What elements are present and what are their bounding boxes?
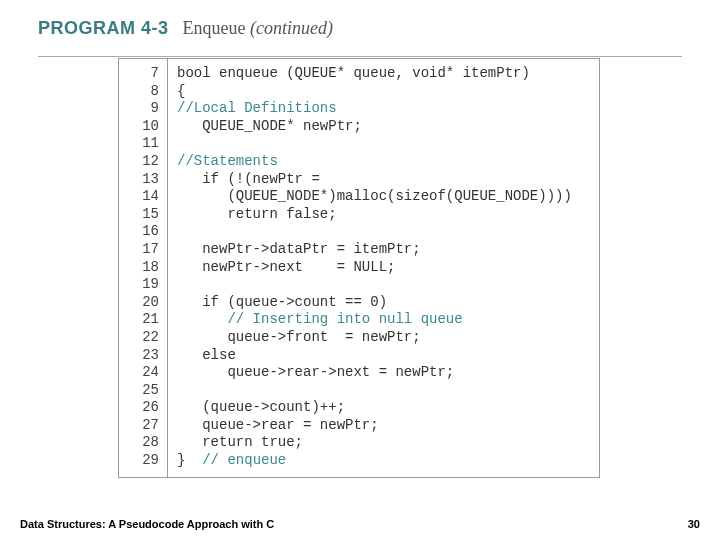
program-header: PROGRAM 4-3 Enqueue (continued) (38, 18, 682, 57)
code-line: // Inserting into null queue (167, 311, 599, 329)
code-line: (QUEUE_NODE*)malloc(sizeof(QUEUE_NODE)))… (167, 188, 599, 206)
footer: Data Structures: A Pseudocode Approach w… (20, 518, 700, 530)
line-number: 13 (119, 171, 167, 189)
code-row: 7bool enqueue (QUEUE* queue, void* itemP… (119, 65, 599, 83)
code-row: 23 else (119, 347, 599, 365)
code-line (167, 382, 599, 400)
line-number: 26 (119, 399, 167, 417)
code-line: //Local Definitions (167, 100, 599, 118)
code-line: queue->front = newPtr; (167, 329, 599, 347)
code-line: if (!(newPtr = (167, 171, 599, 189)
program-title: Enqueue (continued) (183, 18, 333, 39)
code-line: QUEUE_NODE* newPtr; (167, 118, 599, 136)
line-number: 14 (119, 188, 167, 206)
line-number: 12 (119, 153, 167, 171)
line-number: 18 (119, 259, 167, 277)
code-line: return true; (167, 434, 599, 452)
code-row: 19 (119, 276, 599, 294)
code-line: bool enqueue (QUEUE* queue, void* itemPt… (167, 65, 599, 83)
code-line (167, 276, 599, 294)
code-line: newPtr->next = NULL; (167, 259, 599, 277)
code-row: 21 // Inserting into null queue (119, 311, 599, 329)
line-number: 8 (119, 83, 167, 101)
code-row: 25 (119, 382, 599, 400)
code-row: 10 QUEUE_NODE* newPtr; (119, 118, 599, 136)
line-number: 16 (119, 223, 167, 241)
code-line: else (167, 347, 599, 365)
code-line: queue->rear = newPtr; (167, 417, 599, 435)
line-number: 7 (119, 65, 167, 83)
line-number: 10 (119, 118, 167, 136)
line-number: 23 (119, 347, 167, 365)
code-line: newPtr->dataPtr = itemPtr; (167, 241, 599, 259)
slide: PROGRAM 4-3 Enqueue (continued) 7bool en… (0, 0, 720, 540)
code-row: 20 if (queue->count == 0) (119, 294, 599, 312)
line-number: 21 (119, 311, 167, 329)
line-number: 22 (119, 329, 167, 347)
footer-book-title: Data Structures: A Pseudocode Approach w… (20, 518, 274, 530)
code-row: 12//Statements (119, 153, 599, 171)
footer-page-number: 30 (688, 518, 700, 530)
line-number: 28 (119, 434, 167, 452)
code-line (167, 135, 599, 153)
code-line: if (queue->count == 0) (167, 294, 599, 312)
code-line (167, 223, 599, 241)
code-frame: 7bool enqueue (QUEUE* queue, void* itemP… (118, 58, 600, 478)
code-line: return false; (167, 206, 599, 224)
line-number: 15 (119, 206, 167, 224)
code-row: 15 return false; (119, 206, 599, 224)
line-number: 19 (119, 276, 167, 294)
code-line: (queue->count)++; (167, 399, 599, 417)
code-table: 7bool enqueue (QUEUE* queue, void* itemP… (119, 65, 599, 471)
line-number: 9 (119, 100, 167, 118)
code-row: 8{ (119, 83, 599, 101)
code-row: 22 queue->front = newPtr; (119, 329, 599, 347)
line-number: 29 (119, 452, 167, 470)
code-row: 14 (QUEUE_NODE*)malloc(sizeof(QUEUE_NODE… (119, 188, 599, 206)
line-number: 27 (119, 417, 167, 435)
code-line: } // enqueue (167, 452, 599, 470)
code-row: 11 (119, 135, 599, 153)
program-label: PROGRAM 4-3 (38, 18, 169, 39)
code-row: 29} // enqueue (119, 452, 599, 470)
line-number: 25 (119, 382, 167, 400)
program-title-continued: (continued) (250, 18, 333, 38)
code-row: 28 return true; (119, 434, 599, 452)
program-title-main: Enqueue (183, 18, 246, 38)
code-row: 16 (119, 223, 599, 241)
code-line: { (167, 83, 599, 101)
code-row: 26 (queue->count)++; (119, 399, 599, 417)
code-row: 24 queue->rear->next = newPtr; (119, 364, 599, 382)
line-number: 20 (119, 294, 167, 312)
line-number: 24 (119, 364, 167, 382)
code-line: queue->rear->next = newPtr; (167, 364, 599, 382)
line-number: 17 (119, 241, 167, 259)
code-line: //Statements (167, 153, 599, 171)
code-row: 9//Local Definitions (119, 100, 599, 118)
line-number: 11 (119, 135, 167, 153)
code-row: 27 queue->rear = newPtr; (119, 417, 599, 435)
code-row: 17 newPtr->dataPtr = itemPtr; (119, 241, 599, 259)
code-row: 13 if (!(newPtr = (119, 171, 599, 189)
code-row: 18 newPtr->next = NULL; (119, 259, 599, 277)
